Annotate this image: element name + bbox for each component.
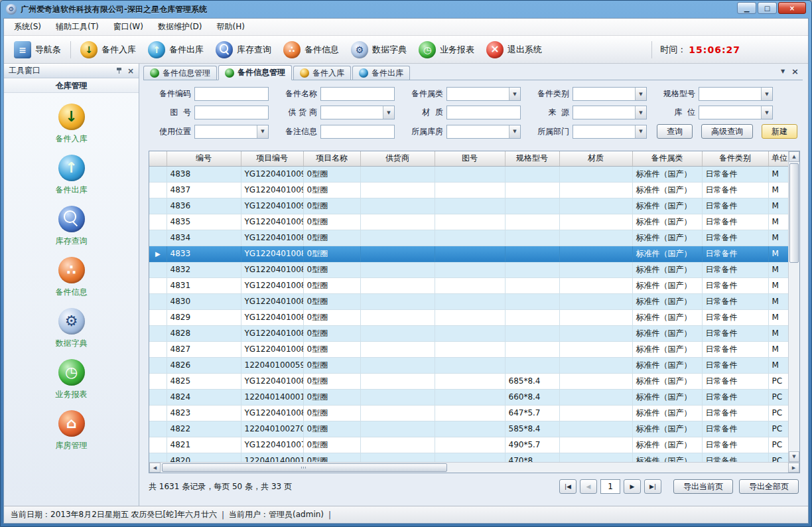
table-row[interactable]: 4825YG122040100810型圈685*8.4标准件（国产）日常备件PC <box>149 373 788 389</box>
toolbar-parts-out[interactable]: 备件出库 <box>142 38 210 61</box>
column-header-col-type[interactable]: 备件类别 <box>702 151 768 166</box>
new-button[interactable]: 新建 <box>762 124 797 139</box>
last-page-button[interactable]: ▶| <box>644 479 661 494</box>
menu-window[interactable]: 窗口(W) <box>106 18 151 36</box>
table-row[interactable]: 4821YG122040100790型圈490*5.7标准件（国产）日常备件PC <box>149 437 788 453</box>
table-row[interactable]: 482012204014000130型圈470*8标准件（国产）日常备件PC <box>149 453 788 462</box>
select-supplier[interactable]: ▼ <box>320 106 395 119</box>
vscroll-track[interactable] <box>789 162 799 451</box>
table-row[interactable]: 4835YG122040100900型圈标准件（国产）日常备件M <box>149 214 788 230</box>
table-row[interactable]: 482612204010005990型圈标准件（国产）日常备件M <box>149 357 788 373</box>
column-header-col-project-name[interactable]: 项目名称 <box>303 151 360 166</box>
column-header-col-spec[interactable]: 规格型号 <box>505 151 559 166</box>
select-department[interactable]: ▼ <box>573 125 647 139</box>
select-source[interactable]: ▼ <box>573 106 647 119</box>
menu-system[interactable]: 系统(S) <box>7 18 48 36</box>
sidebar-item-data-dict[interactable]: 数据字典 <box>4 308 139 349</box>
toolbar-parts-in[interactable]: 备件入库 <box>74 38 142 61</box>
scroll-down-icon[interactable]: ▼ <box>789 451 799 462</box>
input-material[interactable] <box>446 106 521 119</box>
menu-help[interactable]: 帮助(H) <box>210 18 252 36</box>
select-usage-position[interactable]: ▼ <box>194 125 269 139</box>
tab-close-icon[interactable]: × <box>791 66 799 76</box>
export-current-page-button[interactable]: 导出当前页 <box>673 479 733 494</box>
scroll-up-icon[interactable]: ▲ <box>789 151 799 162</box>
horizontal-scrollbar[interactable]: ◀ ▶ <box>149 462 799 473</box>
sidebar-item-parts-info[interactable]: 备件信息 <box>4 257 139 298</box>
column-header-col-material[interactable]: 材质 <box>559 151 632 166</box>
table-row[interactable]: ▶4833YG122040100880型圈标准件（国产）日常备件M <box>149 246 788 262</box>
sidebar-item-parts-in[interactable]: 备件入库 <box>4 104 139 145</box>
table-row[interactable]: 4828YG122040100830型圈标准件（国产）日常备件M <box>149 325 788 341</box>
cell-material <box>559 453 632 462</box>
cell-drawing-no <box>435 277 505 293</box>
prev-page-button[interactable]: ◀ <box>580 479 597 494</box>
table-row[interactable]: 482412204014000120型圈660*8.4标准件（国产）日常备件PC <box>149 389 788 405</box>
menu-data-maintenance[interactable]: 数据维护(D) <box>151 18 210 36</box>
input-part-name[interactable] <box>320 87 395 101</box>
table-row[interactable]: 4837YG122040100920型圈标准件（国产）日常备件M <box>149 182 788 198</box>
tab-parts-out[interactable]: 备件出库 <box>352 66 410 80</box>
close-button[interactable]: × <box>778 2 806 14</box>
tab-parts-info-mgmt-2[interactable]: 备件信息管理 <box>218 65 292 80</box>
vertical-scrollbar[interactable]: ▲ ▼ <box>788 151 799 462</box>
table-row[interactable]: 4838YG122040100930型圈标准件（国产）日常备件M <box>149 166 788 182</box>
page-number-input[interactable] <box>600 479 620 494</box>
minimize-button[interactable]: ▁ <box>737 2 756 14</box>
export-all-pages-button[interactable]: 导出全部页 <box>739 479 799 494</box>
sidebar-item-parts-out[interactable]: 备件出库 <box>4 155 139 196</box>
column-header-col-drawing-no[interactable]: 图号 <box>435 151 505 166</box>
select-part-category[interactable]: ▼ <box>446 87 521 101</box>
input-remark[interactable] <box>320 125 395 139</box>
advanced-query-button[interactable]: 高级查询 <box>701 124 753 139</box>
table-row[interactable]: 4827YG122040100820型圈标准件（国产）日常备件M <box>149 341 788 357</box>
pin-icon[interactable] <box>115 67 123 74</box>
sidebar-item-report[interactable]: 业务报表 <box>4 359 139 400</box>
cell-category: 标准件（国产） <box>632 309 702 325</box>
toolbar-data-dict[interactable]: 数据字典 <box>345 38 413 61</box>
sidebar-item-warehouse[interactable]: 库房管理 <box>4 410 139 451</box>
input-part-code[interactable] <box>194 87 269 101</box>
toolbar-exit[interactable]: 退出系统 <box>480 38 548 61</box>
table-row[interactable]: 4834YG122040100890型圈标准件（国产）日常备件M <box>149 230 788 246</box>
window-controls: ▁ □ × <box>737 1 806 18</box>
table-row[interactable]: 4823YG122040100800型圈647*5.7标准件（国产）日常备件PC <box>149 405 788 421</box>
toolbar-parts-info[interactable]: 备件信息 <box>277 38 345 61</box>
menu-aux-tools[interactable]: 辅助工具(T) <box>48 18 106 36</box>
scroll-left-icon[interactable]: ◀ <box>149 463 161 473</box>
input-drawing-no[interactable] <box>194 106 269 119</box>
table-row[interactable]: 4836YG122040100910型圈标准件（国产）日常备件M <box>149 198 788 214</box>
table-row[interactable]: 4829YG122040100840型圈标准件（国产）日常备件M <box>149 309 788 325</box>
column-header-col-category[interactable]: 备件属类 <box>632 151 702 166</box>
column-header-col-supplier[interactable]: 供货商 <box>360 151 435 166</box>
tab-parts-in[interactable]: 备件入库 <box>293 66 351 80</box>
table-row[interactable]: 4831YG122040100860型圈标准件（国产）日常备件M <box>149 277 788 293</box>
toolbar-inventory-query[interactable]: 库存查询 <box>210 38 277 61</box>
select-location[interactable]: ▼ <box>699 106 773 119</box>
column-header-col-project-no[interactable]: 项目编号 <box>241 151 303 166</box>
sidebar-close-icon[interactable]: × <box>127 66 134 76</box>
tab-list-dropdown-icon[interactable]: ▼ <box>781 68 785 74</box>
column-header-col-id[interactable]: 编号 <box>167 151 241 166</box>
column-header-col-unit[interactable]: 单位 <box>768 151 788 166</box>
cell-supplier <box>360 230 435 246</box>
scroll-right-icon[interactable]: ▶ <box>788 463 799 473</box>
select-value <box>195 125 257 138</box>
sidebar-item-inventory-query[interactable]: 库存查询 <box>4 206 139 247</box>
hscroll-track[interactable] <box>161 463 788 473</box>
select-warehouse[interactable]: ▼ <box>446 125 521 139</box>
table-row[interactable]: 4830YG122040100850型圈标准件（国产）日常备件M <box>149 293 788 309</box>
toolbar-report[interactable]: 业务报表 <box>413 38 480 61</box>
next-page-button[interactable]: ▶ <box>624 479 641 494</box>
select-part-type[interactable]: ▼ <box>573 87 647 101</box>
select-spec-model[interactable]: ▼ <box>699 87 773 101</box>
first-page-button[interactable]: |◀ <box>559 479 576 494</box>
hscroll-thumb[interactable] <box>162 463 447 472</box>
maximize-button[interactable]: □ <box>758 2 777 14</box>
query-button[interactable]: 查询 <box>657 124 693 139</box>
tab-parts-info-mgmt-1[interactable]: 备件信息管理 <box>143 66 217 80</box>
vscroll-thumb[interactable] <box>789 163 799 263</box>
table-row[interactable]: 4832YG122040100870型圈标准件（国产）日常备件M <box>149 262 788 277</box>
table-row[interactable]: 482212204010027000型圈585*8.4标准件（国产）日常备件PC <box>149 421 788 437</box>
toolbar-navbar[interactable]: 导航条 <box>8 38 67 61</box>
